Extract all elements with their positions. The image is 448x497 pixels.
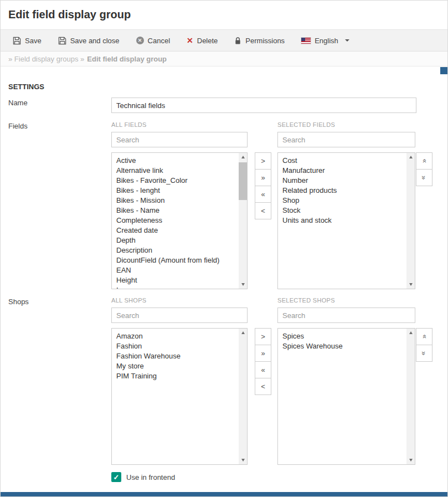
scrollbar[interactable] <box>406 153 415 289</box>
list-item[interactable]: Bikes - Favorite_Color <box>112 176 239 186</box>
save-button[interactable]: Save <box>13 37 42 45</box>
add-all-button[interactable]: » <box>255 169 271 186</box>
list-item[interactable]: Spices Warehouse <box>278 341 406 351</box>
all-fields-search-input[interactable] <box>111 132 248 147</box>
scrollbar[interactable] <box>239 153 247 289</box>
list-item[interactable]: PIM Training <box>112 371 239 381</box>
remove-all-button[interactable]: « <box>255 361 271 378</box>
selected-fields-search-input[interactable] <box>277 132 415 147</box>
fields-label: Fields <box>8 122 28 130</box>
save-icon <box>13 37 21 45</box>
breadcrumb-root[interactable]: » Field display groups » <box>8 55 84 63</box>
use-in-frontend-checkbox[interactable]: ✓ <box>111 472 121 482</box>
list-item[interactable]: Number <box>278 176 406 186</box>
list-item[interactable]: Active <box>112 156 239 166</box>
selected-shops-search-input[interactable] <box>277 308 415 323</box>
list-item[interactable]: Bikes - Mission <box>112 196 239 206</box>
list-item[interactable]: Height <box>112 275 239 285</box>
blue-bottom-bar <box>1 492 447 496</box>
selected-fields-list: CostManufacturerNumberRelated productsSh… <box>278 153 406 289</box>
scrollbar[interactable] <box>239 329 247 464</box>
move-up-button[interactable]: » <box>416 152 432 170</box>
list-item[interactable]: Description <box>112 245 239 255</box>
delete-button[interactable]: ✕ Delete <box>187 37 218 45</box>
remove-selected-button[interactable]: < <box>255 202 271 219</box>
selected-fields-listbox[interactable]: CostManufacturerNumberRelated productsSh… <box>277 152 415 289</box>
remove-all-button[interactable]: « <box>255 186 271 203</box>
list-item[interactable]: Completeness <box>112 216 239 226</box>
all-fields-listbox[interactable]: ActiveAlternative linkBikes - Favorite_C… <box>111 152 248 289</box>
list-item[interactable]: Spices <box>278 331 406 341</box>
language-label: English <box>315 37 338 45</box>
save-and-close-label: Save and close <box>70 37 120 45</box>
add-selected-button[interactable]: > <box>255 152 271 170</box>
all-shops-list: AmazonFashionFashion WarehouseMy storePI… <box>112 329 239 464</box>
fields-move-buttons: » » <box>416 152 432 186</box>
list-item[interactable]: Depth <box>112 235 239 245</box>
save-label: Save <box>25 37 42 45</box>
list-item[interactable]: EAN <box>112 265 239 275</box>
list-item[interactable]: Fashion <box>112 341 239 351</box>
cancel-label: Cancel <box>148 37 170 45</box>
list-item[interactable]: Stock <box>278 206 406 216</box>
scrollbar-track[interactable] <box>239 161 247 280</box>
list-item[interactable]: Created date <box>112 226 239 235</box>
cancel-button[interactable]: ✕ Cancel <box>136 37 170 45</box>
scrollbar-thumb[interactable] <box>239 162 247 200</box>
lock-icon <box>234 37 241 45</box>
delete-label: Delete <box>197 37 218 45</box>
move-down-button[interactable]: » <box>416 345 432 362</box>
scrollbar-down-icon[interactable] <box>406 456 415 464</box>
selected-shops-heading: SELECTED SHOPS <box>277 297 335 304</box>
selected-fields-heading: SELECTED FIELDS <box>277 121 335 128</box>
move-down-button[interactable]: » <box>416 169 432 186</box>
scrollbar-track[interactable] <box>239 337 247 456</box>
permissions-button[interactable]: Permissions <box>234 37 285 45</box>
add-all-button[interactable]: » <box>255 345 271 362</box>
breadcrumb-current: Edit field display group <box>87 55 167 63</box>
use-in-frontend-label: Use in frontend <box>126 473 175 481</box>
list-item[interactable]: Cost <box>278 156 406 166</box>
selected-shops-listbox[interactable]: SpicesSpices Warehouse <box>277 328 415 465</box>
scrollbar[interactable] <box>406 329 415 464</box>
add-selected-button[interactable]: > <box>255 328 271 345</box>
name-input[interactable] <box>111 98 416 113</box>
us-flag-icon <box>301 38 311 44</box>
scrollbar-track[interactable] <box>406 161 415 280</box>
language-dropdown[interactable]: English <box>301 37 349 45</box>
list-item[interactable]: My store <box>112 361 239 371</box>
list-item[interactable]: Images <box>112 285 239 289</box>
all-shops-listbox[interactable]: AmazonFashionFashion WarehouseMy storePI… <box>111 328 248 465</box>
all-fields-list: ActiveAlternative linkBikes - Favorite_C… <box>112 153 239 289</box>
scrollbar-track[interactable] <box>406 337 415 456</box>
scrollbar-down-icon[interactable] <box>406 280 415 289</box>
shops-label: Shops <box>8 298 29 306</box>
blue-edge-fragment <box>440 67 447 74</box>
breadcrumb: » Field display groups » Edit field disp… <box>1 52 447 66</box>
scrollbar-up-icon[interactable] <box>406 153 415 161</box>
remove-selected-button[interactable]: < <box>255 378 271 395</box>
list-item[interactable]: Related products <box>278 186 406 196</box>
list-item[interactable]: Bikes - Name <box>112 206 239 216</box>
list-item[interactable]: Alternative link <box>112 166 239 176</box>
scrollbar-up-icon[interactable] <box>406 329 415 337</box>
scrollbar-down-icon[interactable] <box>239 280 247 289</box>
scrollbar-up-icon[interactable] <box>239 153 247 161</box>
list-item[interactable]: Fashion Warehouse <box>112 351 239 361</box>
list-item[interactable]: Manufacturer <box>278 166 406 176</box>
delete-x-icon: ✕ <box>187 37 193 44</box>
save-and-close-button[interactable]: Save and close <box>58 37 120 45</box>
scrollbar-up-icon[interactable] <box>239 329 247 337</box>
double-chevron-down-icon: » <box>420 351 428 355</box>
name-label: Name <box>8 99 28 107</box>
settings-section-title: SETTINGS <box>8 83 44 91</box>
list-item[interactable]: Amazon <box>112 331 239 341</box>
toolbar: Save Save and close ✕ Cancel ✕ Delete Pe… <box>1 29 447 52</box>
list-item[interactable]: Units and stock <box>278 216 406 226</box>
move-up-button[interactable]: » <box>416 328 432 345</box>
list-item[interactable]: Shop <box>278 196 406 206</box>
scrollbar-down-icon[interactable] <box>239 456 247 464</box>
all-shops-search-input[interactable] <box>111 308 248 323</box>
list-item[interactable]: Bikes - lenght <box>112 186 239 196</box>
list-item[interactable]: DicountField (Amount from field) <box>112 255 239 265</box>
